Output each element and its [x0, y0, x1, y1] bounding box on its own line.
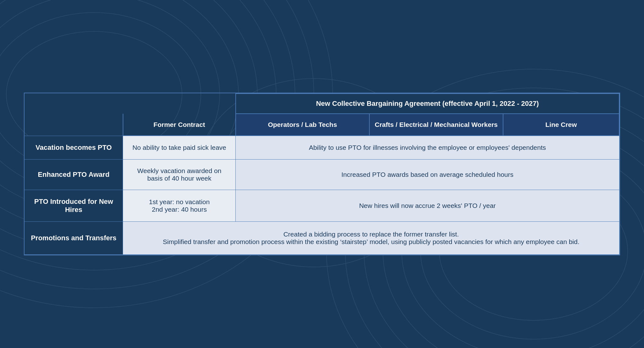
new-promotions: Created a bidding process to replace the…	[123, 221, 619, 254]
former-enhanced-pto: Weekly vacation awarded on basis of 40 h…	[123, 159, 236, 190]
row-label-promotions: Promotions and Transfers	[24, 221, 123, 254]
table-row: PTO Introduced for New Hires 1st year: n…	[24, 190, 619, 221]
empty-top-left	[24, 94, 123, 114]
row-label-enhanced-pto: Enhanced PTO Award	[24, 159, 123, 190]
comparison-table: New Collective Bargaining Agreement (eff…	[24, 93, 620, 255]
former-new-hires: 1st year: no vacation 2nd year: 40 hours	[123, 190, 236, 221]
line-crew-header: Line Crew	[503, 114, 619, 136]
former-vacation: No ability to take paid sick leave	[123, 136, 236, 159]
row-label-header	[24, 114, 123, 136]
new-enhanced-pto: Increased PTO awards based on average sc…	[236, 159, 619, 190]
row-label-vacation: Vacation becomes PTO	[24, 136, 123, 159]
former-contract-header: Former Contract	[123, 114, 236, 136]
table-row: Promotions and Transfers Created a biddi…	[24, 221, 619, 254]
cba-header: New Collective Bargaining Agreement (eff…	[236, 94, 619, 114]
super-header-row: New Collective Bargaining Agreement (eff…	[24, 94, 619, 114]
table-row: Vacation becomes PTO No ability to take …	[24, 136, 619, 159]
new-new-hires: New hires will now accrue 2 weeks' PTO /…	[236, 190, 619, 221]
empty-former-top	[123, 94, 236, 114]
table-row: Enhanced PTO Award Weekly vacation award…	[24, 159, 619, 190]
crafts-header: Crafts / Electrical / Mechanical Workers	[369, 114, 503, 136]
col-header-row: Former Contract Operators / Lab Techs Cr…	[24, 114, 619, 136]
operators-header: Operators / Lab Techs	[236, 114, 369, 136]
main-table-wrapper: New Collective Bargaining Agreement (eff…	[24, 93, 620, 255]
row-label-new-hires: PTO Introduced for New Hires	[24, 190, 123, 221]
new-vacation: Ability to use PTO for illnesses involvi…	[236, 136, 619, 159]
